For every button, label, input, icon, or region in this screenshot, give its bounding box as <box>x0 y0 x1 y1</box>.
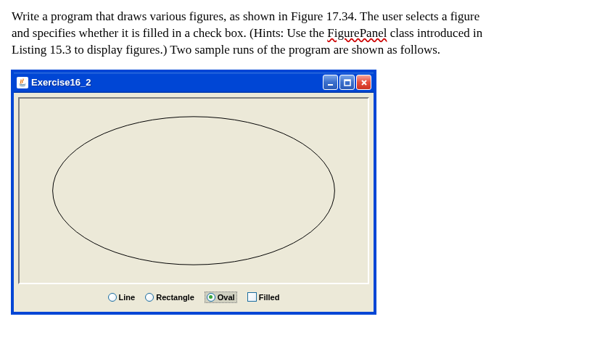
radio-icon <box>108 293 117 302</box>
oval-shape <box>53 117 335 265</box>
window-titlebar[interactable]: Exercise16_2 <box>14 73 374 93</box>
radio-oval-label: Oval <box>218 293 235 302</box>
window-body: Line Rectangle Oval Filled <box>14 93 374 312</box>
instruction-text-1: Write a program that draws various figur… <box>12 9 479 23</box>
minimize-button[interactable] <box>323 75 338 90</box>
svg-rect-2 <box>345 80 350 81</box>
window-title: Exercise16_2 <box>31 77 323 88</box>
checkbox-filled-label: Filled <box>259 293 280 302</box>
instruction-text-3: Listing 15.3 to display figures.) Two sa… <box>12 43 440 57</box>
maximize-button[interactable] <box>339 75 355 90</box>
radio-line-label: Line <box>119 293 136 302</box>
figure-panel <box>18 97 369 284</box>
radio-rectangle[interactable]: Rectangle <box>145 293 194 302</box>
radio-icon <box>145 293 154 302</box>
radio-rectangle-label: Rectangle <box>156 293 194 302</box>
instruction-text-2a: and specifies whether it is filled in a … <box>12 26 327 40</box>
window-control-buttons <box>323 75 371 90</box>
radio-oval[interactable]: Oval <box>205 291 237 303</box>
radio-line[interactable]: Line <box>108 293 136 302</box>
close-button[interactable] <box>356 75 371 90</box>
checkbox-filled[interactable]: Filled <box>247 292 280 302</box>
control-panel: Line Rectangle Oval Filled <box>18 284 369 307</box>
instruction-text-2b: class introduced in <box>387 26 482 40</box>
application-window: Exercise16_2 Line Re <box>12 70 376 314</box>
problem-statement: Write a program that draws various figur… <box>12 9 585 59</box>
java-icon <box>17 77 28 88</box>
radio-icon <box>207 293 215 302</box>
figurepanel-classname: FigurePanel <box>327 26 387 40</box>
checkbox-icon <box>247 292 257 302</box>
svg-rect-0 <box>328 84 333 86</box>
drawing-canvas <box>20 99 368 283</box>
